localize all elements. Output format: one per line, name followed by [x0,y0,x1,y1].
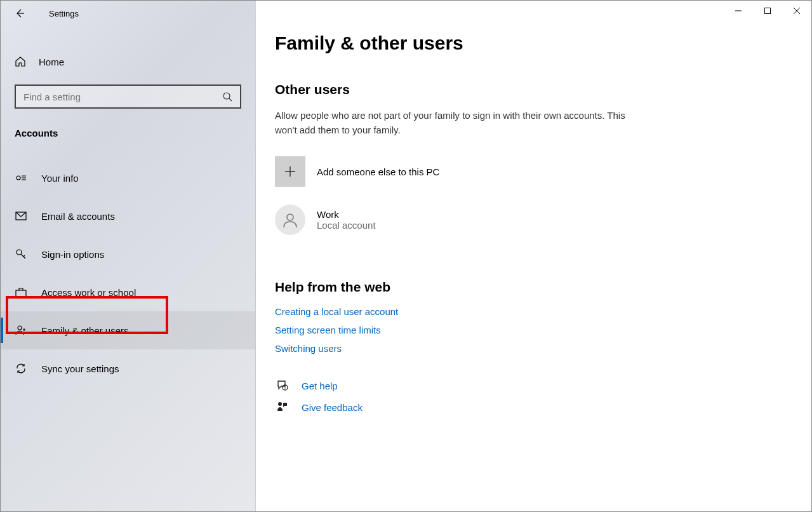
sidebar: Settings Home Accounts Your info [1,1,256,511]
home-icon [15,56,27,67]
svg-rect-4 [16,290,26,297]
window-controls [724,1,811,21]
svg-point-5 [18,326,22,330]
avatar-icon [275,205,305,235]
plus-icon [275,156,305,187]
nav-label: Sync your settings [41,363,119,374]
search-icon [222,91,232,102]
svg-point-3 [17,250,22,255]
svg-point-0 [223,93,230,99]
home-nav[interactable]: Home [1,26,255,72]
nav-work-school[interactable]: Access work or school [1,273,255,311]
nav-your-info[interactable]: Your info [1,159,255,197]
close-button[interactable] [782,1,811,21]
nav-label: Sign-in options [41,249,104,260]
mail-icon [15,212,27,220]
add-user-button[interactable]: Add someone else to this PC [275,156,786,187]
nav-label: Access work or school [41,287,136,298]
svg-point-1 [17,176,20,180]
nav-list: Your info Email & accounts Sign-in optio… [1,145,255,387]
help-link-screen-time[interactable]: Setting screen time limits [275,325,786,335]
arrow-left-icon [15,8,25,18]
close-icon [794,8,800,14]
get-help-link[interactable]: Get help [302,381,338,391]
nav-signin-options[interactable]: Sign-in options [1,235,255,273]
other-users-description: Allow people who are not part of your fa… [275,109,630,137]
page-title: Family & other users [275,32,786,54]
search-input[interactable] [23,91,215,102]
home-label: Home [39,57,64,67]
back-button[interactable] [13,7,26,20]
nav-family-users[interactable]: Family & other users [1,311,255,349]
svg-rect-6 [765,8,771,14]
chat-help-icon: ? [275,379,290,392]
search-box[interactable] [15,84,241,109]
svg-point-7 [287,214,293,220]
maximize-icon [764,8,771,14]
nav-sync-settings[interactable]: Sync your settings [1,349,255,387]
nav-label: Email & accounts [41,211,115,222]
main-content: Family & other users Other users Allow p… [256,1,811,511]
give-feedback-link[interactable]: Give feedback [302,402,363,413]
user-type: Local account [317,220,376,231]
help-link-local-account[interactable]: Creating a local user account [275,306,786,317]
other-users-heading: Other users [275,82,786,97]
briefcase-icon [15,287,27,297]
category-heading: Accounts [1,109,255,145]
nav-label: Your info [41,173,79,184]
help-link-switching-users[interactable]: Switching users [275,343,786,354]
feedback-icon [275,401,290,414]
minimize-button[interactable] [724,1,753,21]
svg-point-10 [278,402,282,406]
sync-icon [15,363,27,374]
add-user-label: Add someone else to this PC [317,166,439,177]
svg-text:?: ? [284,386,286,390]
maximize-button[interactable] [753,1,782,21]
minimize-icon [735,8,742,14]
person-add-icon [15,325,27,336]
nav-email-accounts[interactable]: Email & accounts [1,197,255,235]
nav-label: Family & other users [41,325,129,336]
key-icon [15,248,27,260]
user-account-row[interactable]: Work Local account [275,205,786,235]
window-title: Settings [49,9,79,18]
user-name: Work [317,209,376,220]
help-heading: Help from the web [275,280,786,295]
badge-icon [15,173,27,182]
